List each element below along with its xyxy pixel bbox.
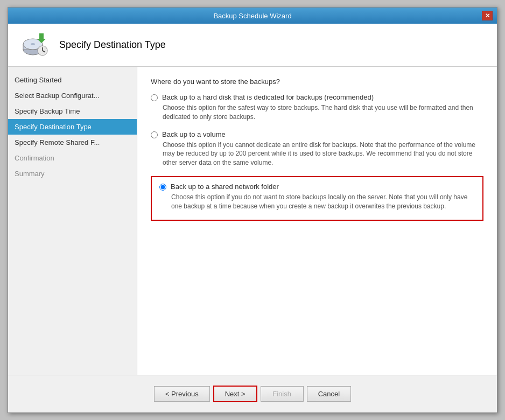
option-desc-network-folder: Choose this option if you do not want to… [171,193,475,211]
sidebar-item-specify-destination-type[interactable]: Specify Destination Type [8,119,137,135]
option-row-network-folder[interactable]: Back up to a shared network folder [159,183,475,191]
sidebar-item-specify-remote-shared[interactable]: Specify Remote Shared F... [8,135,137,150]
option-row-hard-disk[interactable]: Back up to a hard disk that is dedicated… [151,93,483,101]
finish-button[interactable]: Finish [261,386,304,402]
page-title: Specify Destination Type [59,39,166,51]
title-bar: Backup Schedule Wizard ✕ [8,8,497,24]
option-label-network-folder[interactable]: Back up to a shared network folder [171,183,279,191]
wizard-window: Backup Schedule Wizard ✕ Specify Destina… [8,7,497,413]
next-button[interactable]: Next > [213,386,257,402]
option-label-volume[interactable]: Back up to a volume [162,130,226,138]
cancel-button[interactable]: Cancel [307,386,351,402]
close-button[interactable]: ✕ [482,11,493,20]
option-group-volume: Back up to a volume Choose this option i… [151,130,483,167]
option-group-hard-disk: Back up to a hard disk that is dedicated… [151,93,483,122]
sidebar-item-select-backup-config[interactable]: Select Backup Configurat... [8,88,137,103]
option-label-hard-disk[interactable]: Back up to a hard disk that is dedicated… [162,93,374,101]
sidebar-item-summary: Summary [8,166,137,181]
footer-area: < Previous Next > Finish Cancel [8,375,497,412]
option-desc-volume: Choose this option if you cannot dedicat… [163,141,483,167]
option-group-network-folder: Back up to a shared network folder Choos… [151,176,483,221]
previous-button[interactable]: < Previous [154,386,210,402]
sidebar-item-getting-started[interactable]: Getting Started [8,72,137,88]
content-area: Getting Started Select Backup Configurat… [8,67,497,375]
radio-volume[interactable] [151,131,158,138]
svg-point-3 [31,43,35,45]
question-text: Where do you want to store the backups? [151,78,483,86]
header-area: Specify Destination Type [8,24,497,67]
window-title: Backup Schedule Wizard [23,12,482,20]
radio-hard-disk[interactable] [151,94,158,101]
sidebar: Getting Started Select Backup Configurat… [8,67,137,375]
option-row-volume[interactable]: Back up to a volume [151,130,483,138]
backup-icon-svg [19,29,50,60]
radio-network-folder[interactable] [159,184,166,191]
sidebar-item-confirmation: Confirmation [8,150,137,166]
option-desc-hard-disk: Choose this option for the safest way to… [163,103,483,122]
header-icon [19,29,51,61]
main-content: Where do you want to store the backups? … [137,67,497,375]
sidebar-item-specify-backup-time[interactable]: Specify Backup Time [8,103,137,119]
